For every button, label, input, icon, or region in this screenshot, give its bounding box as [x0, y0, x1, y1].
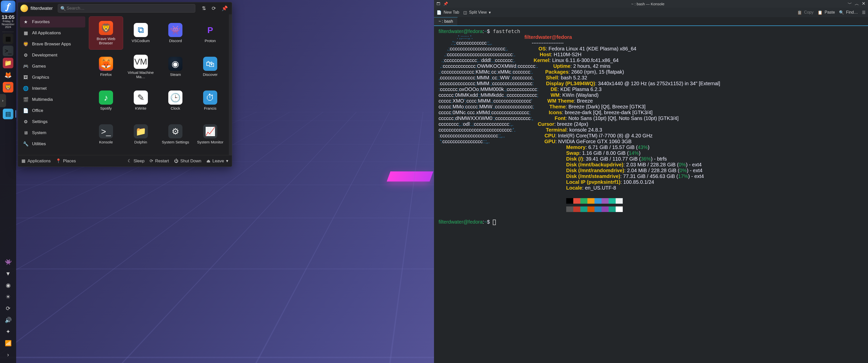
- app-vscodium[interactable]: ⧉VSCodium: [124, 16, 158, 50]
- sort-icon[interactable]: ⇅: [200, 4, 208, 13]
- settings-icon[interactable]: ⟳: [210, 4, 217, 13]
- steam-tray[interactable]: ◉: [4, 282, 11, 289]
- app-icon: >_: [99, 124, 113, 138]
- night-tray[interactable]: ✦: [4, 328, 11, 335]
- close-button[interactable]: ✕: [862, 1, 866, 7]
- discord-tray[interactable]: 👾: [4, 259, 11, 266]
- category-label: Settings: [32, 119, 48, 124]
- app-label: Proton: [205, 39, 216, 43]
- hamburger-menu-button[interactable]: ☰: [862, 10, 866, 15]
- app-label: Discover: [203, 72, 217, 77]
- category-games[interactable]: 🎮Games: [20, 61, 85, 72]
- app-icon: ♪: [99, 91, 113, 105]
- app-steam[interactable]: ◉Steam: [158, 50, 193, 84]
- panel-expand-arrow[interactable]: ›: [0, 94, 6, 107]
- app-spotify[interactable]: ♪Spotify: [89, 84, 123, 117]
- category-list: ★Favorites▦All Applications🦁Brave Browse…: [18, 14, 87, 155]
- leave-button[interactable]: ⏏ Leave ▾: [207, 158, 228, 164]
- app-label: Clock: [171, 106, 180, 110]
- app-icon: ◉: [168, 57, 182, 71]
- split-view-button[interactable]: ◫ Split View ▾: [463, 10, 491, 15]
- brave-task[interactable]: 🦁: [3, 82, 13, 93]
- category-internet[interactable]: 🌐Internet: [20, 83, 85, 94]
- panel-clock[interactable]: 13:05 Friday, 8 November 2024: [0, 13, 16, 30]
- app-system-monitor[interactable]: 📈System Monitor: [193, 118, 227, 151]
- category-icon: ★: [23, 19, 29, 25]
- category-office[interactable]: 📄Office: [20, 105, 85, 116]
- volume-tray[interactable]: 🔊: [4, 317, 11, 324]
- category-graphics[interactable]: 🖼Graphics: [20, 72, 85, 83]
- app-label: VSCodium: [132, 39, 150, 43]
- minimize-button[interactable]: ﹀: [847, 1, 852, 7]
- launcher-scrollbar[interactable]: [229, 14, 232, 155]
- category-icon: 🌐: [23, 86, 29, 91]
- app-virtual-machine-ma-[interactable]: VMVirtual Machine Ma…: [124, 50, 158, 84]
- category-brave-browser-apps[interactable]: 🦁Brave Browser Apps: [20, 39, 85, 50]
- konsole-window: 🗔 📌 ~ : bash — Konsole ﹀ ︿ ✕ 📄 New Tab ◫…: [434, 0, 868, 363]
- terminal-tab[interactable]: ~ : bash: [434, 17, 458, 26]
- app-konsole[interactable]: >_Konsole: [89, 118, 123, 151]
- category-favorites[interactable]: ★Favorites: [20, 16, 85, 28]
- clock-year: 2024: [0, 26, 16, 29]
- app-dolphin[interactable]: 📁Dolphin: [124, 118, 158, 151]
- search-input[interactable]: [58, 4, 195, 12]
- proton-tray[interactable]: ▼: [4, 270, 11, 277]
- app-label: Virtual Machine Ma…: [126, 70, 156, 79]
- app-label: KWrite: [135, 106, 146, 110]
- network-tray[interactable]: 📶: [4, 340, 11, 347]
- application-launcher: filterdwater 🔍 ⇅ ⟳ 📌 ★Favorites▦All Appl…: [18, 2, 232, 167]
- applications-tab[interactable]: ▦ Applications: [22, 158, 51, 164]
- app-discover[interactable]: 🛍Discover: [193, 50, 227, 84]
- category-icon: ▦: [23, 30, 29, 36]
- app-kwrite[interactable]: ✎KWrite: [124, 84, 158, 117]
- app-discord[interactable]: 👾Discord: [158, 16, 193, 50]
- app-icon: VM: [134, 55, 148, 69]
- sleep-button[interactable]: ☾ Sleep: [128, 158, 144, 164]
- category-label: Multimedia: [32, 97, 53, 102]
- launcher-header: filterdwater 🔍 ⇅ ⟳ 📌: [18, 2, 232, 14]
- firefox-task[interactable]: 🦊: [3, 70, 13, 80]
- app-brave-web-browser[interactable]: 🦁Brave Web Browser: [89, 16, 123, 50]
- app-francis[interactable]: ⏱Francis: [193, 84, 227, 117]
- new-tab-button[interactable]: 📄 New Tab: [436, 10, 459, 15]
- category-all-applications[interactable]: ▦All Applications: [20, 28, 85, 39]
- category-label: Utilities: [32, 141, 46, 146]
- pin-icon[interactable]: 📌: [220, 4, 229, 13]
- clock-time: 13:05: [0, 14, 16, 20]
- category-settings[interactable]: ⚙Settings: [20, 116, 85, 127]
- find-button[interactable]: 🔍 Find…: [839, 10, 858, 15]
- active-window-task[interactable]: ▤: [3, 109, 13, 119]
- wallpaper-accent: [387, 171, 434, 182]
- pin-window-icon[interactable]: 📌: [443, 1, 448, 6]
- desktop-pager[interactable]: ▦: [3, 34, 13, 44]
- dolphin-task[interactable]: 📁: [3, 58, 13, 68]
- app-launcher-button[interactable]: 𝒇: [1, 0, 16, 12]
- copy-button[interactable]: 📋 Copy: [797, 10, 813, 15]
- app-system-settings[interactable]: ⚙System Settings: [158, 118, 193, 151]
- app-label: Steam: [170, 72, 181, 77]
- category-icon: 🖼: [23, 75, 29, 80]
- user-chip[interactable]: filterdwater: [21, 4, 53, 12]
- app-proton[interactable]: PProton: [193, 16, 227, 50]
- places-tab[interactable]: 📍 Places: [56, 158, 76, 164]
- shutdown-button[interactable]: ⏻ Shut Down: [174, 159, 202, 164]
- app-clock[interactable]: 🕒Clock: [158, 84, 193, 117]
- maximize-button[interactable]: ︿: [855, 1, 859, 7]
- category-development[interactable]: ⚙Development: [20, 50, 85, 61]
- category-multimedia[interactable]: 🎬Multimedia: [20, 94, 85, 105]
- app-icon: 📁: [134, 124, 148, 138]
- app-label: Brave Web Browser: [91, 37, 121, 45]
- terminal-output[interactable]: filterdwater@fedora:~$ fastfetch .',;:::…: [434, 26, 868, 363]
- category-system[interactable]: 🖥System: [20, 127, 85, 138]
- app-firefox[interactable]: 🦊Firefox: [89, 50, 123, 84]
- app-icon: 📈: [203, 124, 217, 138]
- brightness-tray[interactable]: ☀: [4, 293, 11, 300]
- window-titlebar[interactable]: 🗔 📌 ~ : bash — Konsole ﹀ ︿ ✕: [434, 0, 868, 7]
- app-icon: 👾: [168, 23, 182, 37]
- expand-tray[interactable]: ›: [4, 352, 11, 359]
- updates-tray[interactable]: ⟳: [4, 305, 11, 312]
- paste-button[interactable]: 📋 Paste: [817, 10, 835, 15]
- category-utilities[interactable]: 🔧Utilities: [20, 138, 85, 150]
- restart-button[interactable]: ⟳ Restart: [150, 158, 169, 164]
- konsole-task[interactable]: >_: [3, 45, 13, 56]
